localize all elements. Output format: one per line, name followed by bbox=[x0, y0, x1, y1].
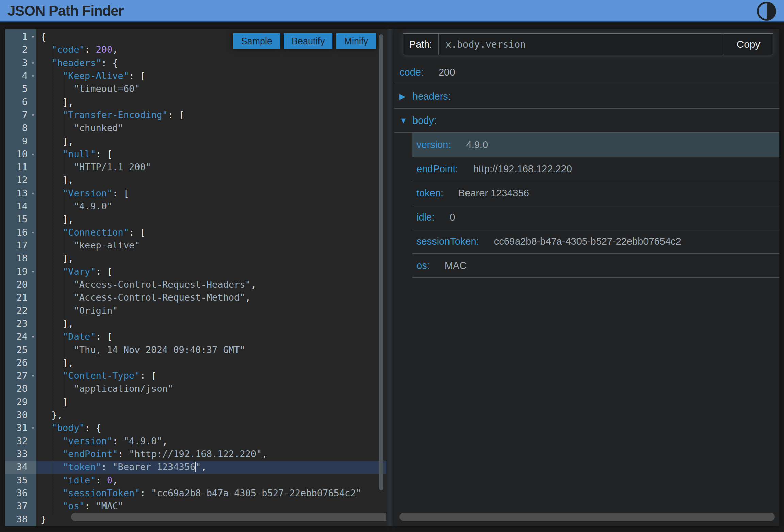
code-line[interactable]: "Thu, 14 Nov 2024 09:40:37 GMT" bbox=[36, 343, 386, 356]
line-number: 27▾ bbox=[5, 369, 36, 382]
tree-row-headers[interactable]: ▶headers: bbox=[394, 84, 779, 108]
copy-button[interactable]: Copy bbox=[724, 34, 773, 55]
tree-row-token[interactable]: token:Bearer 1234356 bbox=[412, 181, 779, 205]
line-number-gutter: 1▾23▾4▾567▾8910▾111213▾141516▾171819▾202… bbox=[5, 29, 36, 526]
code-line[interactable]: "4.9.0" bbox=[36, 200, 386, 213]
tree-row-version[interactable]: version:4.9.0 bbox=[412, 133, 779, 157]
code-line[interactable]: "Connection": [ bbox=[36, 226, 386, 239]
line-number: 4▾ bbox=[5, 69, 36, 82]
code-line[interactable]: ], bbox=[36, 356, 386, 369]
code-line[interactable]: ], bbox=[36, 96, 386, 109]
code-line[interactable]: }, bbox=[36, 408, 386, 421]
line-number: 13▾ bbox=[5, 187, 36, 200]
code-line[interactable]: ], bbox=[36, 174, 386, 187]
line-number: 33 bbox=[5, 448, 36, 461]
code-line[interactable]: "Keep-Alive": [ bbox=[36, 69, 386, 82]
indent-guide bbox=[63, 69, 63, 409]
fold-caret-icon[interactable]: ▾ bbox=[31, 369, 35, 382]
line-number: 15 bbox=[5, 213, 36, 226]
code-line[interactable]: "idle": 0, bbox=[36, 474, 386, 487]
tree-row-idle[interactable]: idle:0 bbox=[412, 205, 779, 229]
json-tree: code:200▶headers:▼body:version:4.9.0endP… bbox=[394, 60, 779, 278]
panel-divider[interactable] bbox=[386, 29, 394, 526]
line-number: 10▾ bbox=[5, 148, 36, 161]
line-number: 20 bbox=[5, 278, 36, 291]
code-line[interactable]: "HTTP/1.1 200" bbox=[36, 161, 386, 174]
code-line[interactable]: ], bbox=[36, 135, 386, 148]
code-line[interactable]: "Access-Control-Request-Headers", bbox=[36, 278, 386, 291]
beautify-button[interactable]: Beautify bbox=[284, 33, 333, 49]
tree-row-body[interactable]: ▼body: bbox=[394, 109, 779, 132]
code-line[interactable]: "null": [ bbox=[36, 148, 386, 161]
code-line[interactable]: ], bbox=[36, 317, 386, 330]
line-number: 24▾ bbox=[5, 330, 36, 343]
code-line[interactable]: ], bbox=[36, 213, 386, 226]
code-line[interactable]: "keep-alive" bbox=[36, 239, 386, 252]
theme-toggle-button[interactable] bbox=[757, 1, 777, 21]
line-number: 30 bbox=[5, 408, 36, 421]
app-header: JSON Path Finder bbox=[0, 0, 784, 22]
code-line[interactable]: ] bbox=[36, 396, 386, 408]
editor-vertical-scrollbar[interactable] bbox=[379, 34, 383, 490]
triangle-down-icon[interactable]: ▼ bbox=[399, 116, 412, 125]
code-line[interactable]: "headers": { bbox=[36, 57, 386, 69]
fold-caret-icon[interactable]: ▾ bbox=[31, 330, 35, 343]
sample-button[interactable]: Sample bbox=[233, 33, 280, 49]
editor-horizontal-scrollbar[interactable] bbox=[71, 513, 386, 521]
code-line[interactable]: "version": "4.9.0", bbox=[36, 435, 386, 448]
line-number: 3▾ bbox=[5, 57, 36, 69]
indent-guide bbox=[52, 43, 52, 514]
tree-key: version: bbox=[416, 139, 451, 150]
tree-key: sessionToken: bbox=[416, 236, 479, 247]
tree-row-code[interactable]: code:200 bbox=[394, 60, 779, 84]
code-line[interactable]: "endPoint": "http://192.168.122.220", bbox=[36, 448, 386, 461]
fold-caret-icon[interactable]: ▾ bbox=[31, 109, 35, 122]
code-line[interactable]: "Transfer-Encoding": [ bbox=[36, 109, 386, 122]
tree-key: body: bbox=[412, 115, 437, 126]
code-line[interactable]: "Origin" bbox=[36, 304, 386, 317]
code-line[interactable]: "Version": [ bbox=[36, 187, 386, 200]
tree-value: 0 bbox=[450, 212, 455, 223]
fold-caret-icon[interactable]: ▾ bbox=[31, 187, 35, 200]
tree-row-endPoint[interactable]: endPoint:http://192.168.122.220 bbox=[412, 157, 779, 181]
fold-caret-icon[interactable]: ▾ bbox=[31, 226, 35, 239]
tree-row-sessionToken[interactable]: sessionToken:cc69a2b8-b47a-4305-b527-22e… bbox=[412, 229, 779, 253]
minify-button[interactable]: Minify bbox=[336, 33, 376, 49]
fold-caret-icon[interactable]: ▾ bbox=[31, 148, 35, 161]
code-line[interactable]: "Vary": [ bbox=[36, 265, 386, 278]
code-area[interactable]: { "code": 200, "headers": { "Keep-Alive"… bbox=[36, 29, 386, 526]
fold-caret-icon[interactable]: ▾ bbox=[31, 421, 35, 434]
code-line[interactable]: "token": "Bearer 1234356", bbox=[36, 461, 386, 473]
line-number: 2 bbox=[5, 43, 36, 56]
code-line[interactable]: "body": { bbox=[36, 421, 386, 434]
line-number: 8 bbox=[5, 122, 36, 134]
inspector-horizontal-scrollbar[interactable] bbox=[399, 513, 775, 521]
code-line[interactable]: "Access-Control-Request-Method", bbox=[36, 291, 386, 304]
code-line[interactable]: "Content-Type": [ bbox=[36, 369, 386, 382]
fold-caret-icon[interactable]: ▾ bbox=[31, 30, 35, 43]
fold-caret-icon[interactable]: ▾ bbox=[31, 69, 35, 82]
tree-row-os[interactable]: os:MAC bbox=[412, 254, 779, 277]
line-number: 37 bbox=[5, 500, 36, 513]
fold-caret-icon[interactable]: ▾ bbox=[31, 57, 35, 69]
code-line[interactable]: "application/json" bbox=[36, 382, 386, 395]
tree-key: token: bbox=[416, 188, 443, 199]
fold-caret-icon[interactable]: ▾ bbox=[31, 265, 35, 278]
path-bar: Path: Copy bbox=[403, 33, 773, 55]
line-number: 26 bbox=[5, 356, 36, 369]
line-number: 14 bbox=[5, 200, 36, 213]
code-line[interactable]: ], bbox=[36, 252, 386, 265]
code-line[interactable]: "sessionToken": "cc69a2b8-b47a-4305-b527… bbox=[36, 487, 386, 500]
code-line[interactable]: "Date": [ bbox=[36, 330, 386, 343]
path-label: Path: bbox=[403, 34, 439, 55]
code-line[interactable]: "chunked" bbox=[36, 122, 386, 134]
tree-key: idle: bbox=[416, 212, 435, 223]
line-number: 22 bbox=[5, 304, 36, 317]
code-line[interactable]: "timeout=60" bbox=[36, 82, 386, 95]
code-line[interactable]: "os": "MAC" bbox=[36, 500, 386, 513]
triangle-right-icon[interactable]: ▶ bbox=[399, 92, 412, 101]
json-editor-panel[interactable]: 1▾23▾4▾567▾8910▾111213▾141516▾171819▾202… bbox=[5, 29, 386, 526]
path-input[interactable] bbox=[439, 34, 724, 55]
page-title: JSON Path Finder bbox=[0, 3, 124, 19]
line-number: 38 bbox=[5, 513, 36, 526]
